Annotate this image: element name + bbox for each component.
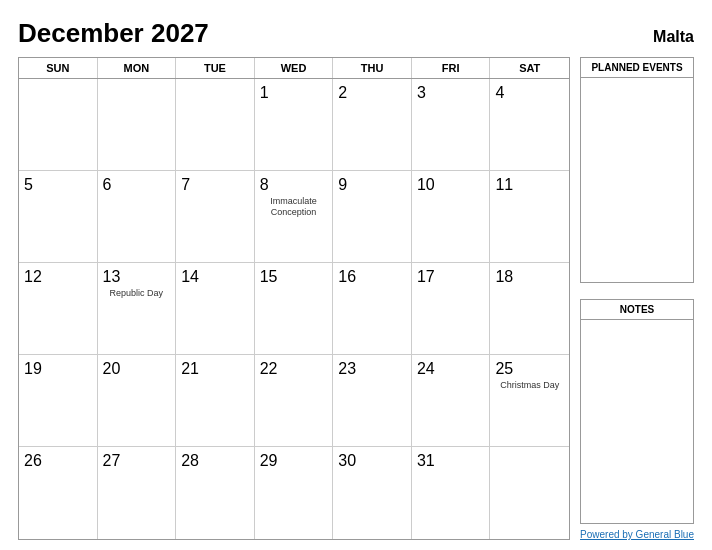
day-number: 17 (417, 267, 435, 286)
sidebar-boxes: PLANNED EVENTS NOTES (580, 57, 694, 524)
day-number: 2 (338, 83, 347, 102)
day-header: WED (255, 58, 334, 78)
day-number: 4 (495, 83, 504, 102)
calendar-cell (98, 79, 177, 171)
day-number: 11 (495, 175, 513, 194)
calendar-grid: 12345678Immaculate Conception910111213Re… (19, 79, 569, 539)
notes-content (581, 320, 693, 524)
day-number: 1 (260, 83, 269, 102)
month-title: December 2027 (18, 18, 209, 49)
calendar-cell: 10 (412, 171, 491, 263)
calendar-cell: 14 (176, 263, 255, 355)
day-number: 29 (260, 451, 278, 470)
calendar-cell: 20 (98, 355, 177, 447)
calendar-cell: 17 (412, 263, 491, 355)
day-number: 15 (260, 267, 278, 286)
day-number: 19 (24, 359, 42, 378)
day-number: 23 (338, 359, 356, 378)
calendar-cell: 5 (19, 171, 98, 263)
calendar-cell: 2 (333, 79, 412, 171)
calendar-cell: 28 (176, 447, 255, 539)
main-content: SUNMONTUEWEDTHUFRISAT 12345678Immaculate… (18, 57, 694, 540)
day-number: 14 (181, 267, 199, 286)
calendar-page: December 2027 Malta SUNMONTUEWEDTHUFRISA… (0, 0, 712, 550)
calendar-cell: 4 (490, 79, 569, 171)
day-number: 22 (260, 359, 278, 378)
day-number: 13 (103, 267, 121, 286)
calendar-cell: 25Christmas Day (490, 355, 569, 447)
calendar-cell: 22 (255, 355, 334, 447)
day-number: 24 (417, 359, 435, 378)
calendar-cell: 23 (333, 355, 412, 447)
day-number: 10 (417, 175, 435, 194)
powered-by: Powered by General Blue (580, 529, 694, 540)
day-number: 8 (260, 175, 269, 194)
calendar-cell: 31 (412, 447, 491, 539)
planned-events-box: PLANNED EVENTS (580, 57, 694, 283)
calendar-cell: 18 (490, 263, 569, 355)
calendar-cell: 8Immaculate Conception (255, 171, 334, 263)
planned-events-title: PLANNED EVENTS (581, 58, 693, 78)
day-number: 26 (24, 451, 42, 470)
day-number: 9 (338, 175, 347, 194)
day-header: SAT (490, 58, 569, 78)
day-number: 3 (417, 83, 426, 102)
day-number: 16 (338, 267, 356, 286)
day-number: 20 (103, 359, 121, 378)
calendar-cell: 24 (412, 355, 491, 447)
calendar-cell: 26 (19, 447, 98, 539)
day-header: MON (98, 58, 177, 78)
event-label: Christmas Day (495, 380, 564, 391)
calendar-cell: 13Republic Day (98, 263, 177, 355)
powered-by-link[interactable]: Powered by General Blue (580, 529, 694, 540)
calendar-cell: 16 (333, 263, 412, 355)
day-number: 6 (103, 175, 112, 194)
country-title: Malta (653, 28, 694, 46)
day-number: 30 (338, 451, 356, 470)
day-number: 18 (495, 267, 513, 286)
calendar-cell: 29 (255, 447, 334, 539)
day-number: 12 (24, 267, 42, 286)
calendar-cell: 6 (98, 171, 177, 263)
day-header: FRI (412, 58, 491, 78)
calendar-cell: 30 (333, 447, 412, 539)
planned-events-content (581, 78, 693, 282)
calendar-cell: 11 (490, 171, 569, 263)
day-number: 7 (181, 175, 190, 194)
day-number: 21 (181, 359, 199, 378)
day-headers: SUNMONTUEWEDTHUFRISAT (19, 58, 569, 79)
calendar-section: SUNMONTUEWEDTHUFRISAT 12345678Immaculate… (18, 57, 570, 540)
day-number: 5 (24, 175, 33, 194)
calendar-cell: 3 (412, 79, 491, 171)
calendar-cell: 15 (255, 263, 334, 355)
day-number: 25 (495, 359, 513, 378)
calendar-cell: 9 (333, 171, 412, 263)
calendar-cell: 19 (19, 355, 98, 447)
calendar-cell: 12 (19, 263, 98, 355)
sidebar-wrapper: PLANNED EVENTS NOTES Powered by General … (580, 57, 694, 540)
day-number: 31 (417, 451, 435, 470)
header: December 2027 Malta (18, 18, 694, 49)
calendar-cell: 7 (176, 171, 255, 263)
event-label: Republic Day (103, 288, 171, 299)
calendar-cell: 27 (98, 447, 177, 539)
day-header: SUN (19, 58, 98, 78)
day-header: THU (333, 58, 412, 78)
notes-box: NOTES (580, 299, 694, 525)
calendar-cell (19, 79, 98, 171)
notes-title: NOTES (581, 300, 693, 320)
day-header: TUE (176, 58, 255, 78)
calendar-cell (490, 447, 569, 539)
calendar-cell: 21 (176, 355, 255, 447)
day-number: 27 (103, 451, 121, 470)
day-number: 28 (181, 451, 199, 470)
calendar-cell (176, 79, 255, 171)
event-label: Immaculate Conception (260, 196, 328, 218)
calendar-cell: 1 (255, 79, 334, 171)
